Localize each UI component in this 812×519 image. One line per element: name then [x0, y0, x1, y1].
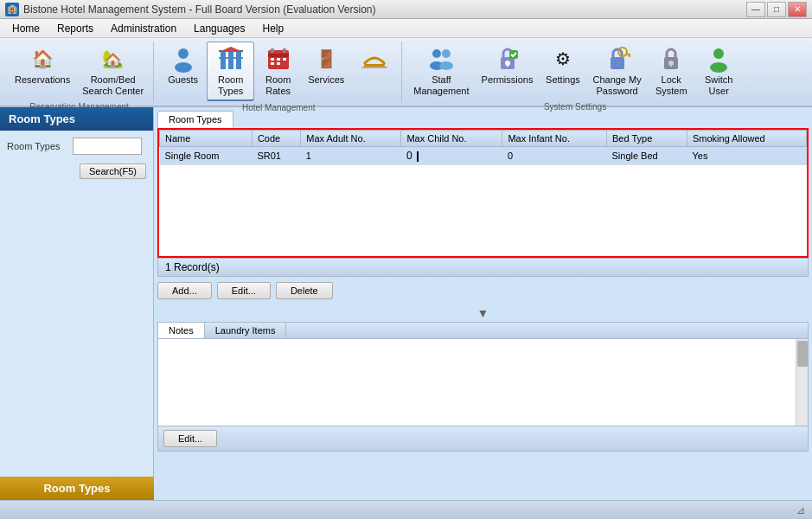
- svg-rect-4: [228, 50, 233, 69]
- toolbar-room-bed-search[interactable]: 🏡 Room/BedSearch Center: [76, 42, 150, 100]
- main-panel: Room Types Name Code Max Adult No. Max C…: [154, 107, 812, 500]
- cell-code: SR01: [252, 147, 300, 165]
- toolbar-room-types[interactable]: RoomTypes: [207, 42, 254, 101]
- guests-label: Guests: [168, 74, 198, 86]
- window-controls: — □ ✕: [746, 2, 807, 17]
- svg-rect-15: [271, 48, 274, 53]
- add-button[interactable]: Add...: [157, 282, 212, 299]
- menu-languages[interactable]: Languages: [185, 21, 253, 36]
- svg-point-0: [178, 48, 189, 59]
- bottom-section: Notes Laundry Items Edit...: [157, 322, 809, 452]
- switch-user-icon: [705, 45, 732, 73]
- toolbar-change-password[interactable]: Change MyPassword: [586, 42, 647, 100]
- toolbar-staff-management[interactable]: StaffManagement: [407, 42, 475, 100]
- scrollbar-thumb: [797, 341, 808, 367]
- svg-rect-17: [364, 64, 385, 67]
- menu-reports[interactable]: Reports: [48, 21, 102, 36]
- cell-max-infant: 0: [502, 147, 607, 165]
- table-row[interactable]: Single Room SR01 1 0 0 Single Bed Yes: [160, 147, 807, 165]
- svg-point-22: [439, 61, 453, 70]
- delete-button[interactable]: Delete: [276, 282, 333, 299]
- close-button[interactable]: ✕: [788, 2, 807, 17]
- col-bed-type: Bed Type: [606, 131, 687, 147]
- toolbar-rooms-beds[interactable]: 🚪 Services: [302, 42, 350, 89]
- left-panel-body: Room Types Search(F5): [0, 131, 153, 186]
- svg-rect-11: [277, 58, 280, 61]
- menu-home[interactable]: Home: [3, 21, 48, 36]
- left-panel: Room Types Room Types Search(F5) Room Ty…: [0, 107, 154, 500]
- ribbon-group-system-items: StaffManagement Per: [407, 42, 742, 100]
- search-button[interactable]: Search(F5): [80, 163, 146, 179]
- room-bed-search-icon: 🏡: [99, 45, 127, 73]
- rooms-beds-label: Services: [308, 74, 344, 86]
- cell-name: Single Room: [160, 147, 253, 165]
- table-container: Name Code Max Adult No. Max Child No. Ma…: [157, 128, 809, 258]
- svg-rect-12: [283, 58, 286, 61]
- room-bed-search-label: Room/BedSearch Center: [82, 74, 144, 97]
- table-header-row: Name Code Max Adult No. Max Child No. Ma…: [160, 131, 807, 147]
- toolbar-guests[interactable]: Guests: [159, 42, 207, 89]
- menu-bar: Home Reports Administration Languages He…: [0, 19, 812, 38]
- svg-rect-9: [268, 54, 289, 57]
- toolbar-permissions[interactable]: Permissions: [476, 42, 540, 89]
- search-input[interactable]: [73, 138, 142, 155]
- staff-management-icon: [427, 45, 455, 73]
- toolbar-reservations[interactable]: 🏠 Reservations: [9, 42, 76, 89]
- records-bar: 1 Record(s): [157, 258, 809, 277]
- svg-rect-5: [236, 50, 241, 69]
- edit-button[interactable]: Edit...: [217, 282, 271, 299]
- switch-user-label: SwitchUser: [705, 74, 732, 97]
- records-count: 1 Record(s): [165, 261, 220, 273]
- cursor-indicator: [417, 151, 424, 162]
- svg-rect-14: [277, 62, 280, 65]
- resize-icon: ⊿: [796, 504, 809, 516]
- rooms-beds-icon: 🚪: [312, 45, 340, 73]
- left-panel-title: Room Types: [0, 107, 153, 131]
- ribbon-group-reservation-items: 🏠 Reservations 🏡 Room/BedSearch Center: [9, 42, 150, 100]
- svg-point-34: [713, 48, 724, 59]
- services-icon: [361, 45, 388, 73]
- toolbar-services[interactable]: [350, 42, 398, 78]
- scroll-arrow-row: ▼: [157, 304, 809, 322]
- room-rates-label: RoomRates: [265, 74, 291, 97]
- svg-rect-18: [361, 67, 387, 68]
- bottom-edit-button[interactable]: Edit...: [163, 430, 217, 447]
- toolbar-lock-system[interactable]: LockSystem: [648, 42, 695, 100]
- bottom-tab-notes[interactable]: Notes: [158, 323, 205, 338]
- svg-rect-27: [611, 57, 624, 69]
- bottom-tab-laundry[interactable]: Laundry Items: [205, 323, 287, 338]
- svg-point-21: [442, 49, 451, 58]
- cell-smoking: Yes: [687, 147, 806, 165]
- scroll-down-arrow[interactable]: ▼: [477, 306, 489, 320]
- app-icon: 🏨: [5, 3, 19, 16]
- svg-rect-33: [670, 63, 672, 67]
- svg-point-19: [432, 49, 441, 58]
- search-btn-container: Search(F5): [7, 160, 146, 179]
- col-name: Name: [160, 131, 253, 147]
- toolbar-switch-user[interactable]: SwitchUser: [695, 42, 743, 100]
- svg-point-1: [175, 62, 192, 73]
- ribbon-group-hotel-items: Guests RoomTypes: [159, 42, 398, 101]
- ribbon-group-reservation: 🏠 Reservations 🏡 Room/BedSearch Center R…: [5, 42, 154, 102]
- search-field-label: Room Types: [7, 141, 67, 151]
- tab-room-types[interactable]: Room Types: [157, 111, 233, 128]
- menu-administration[interactable]: Administration: [102, 21, 185, 36]
- ribbon-group-hotel: Guests RoomTypes: [156, 42, 402, 102]
- toolbar-settings[interactable]: ⚙ Settings: [539, 42, 586, 89]
- reservations-icon: 🏠: [29, 45, 56, 73]
- toolbar-room-rates[interactable]: RoomRates: [254, 42, 302, 100]
- svg-rect-16: [283, 48, 286, 53]
- maximize-button[interactable]: □: [767, 2, 786, 17]
- svg-rect-25: [507, 63, 508, 67]
- toolbar: 🏠 Reservations 🏡 Room/BedSearch Center R…: [0, 38, 812, 107]
- lock-system-label: LockSystem: [655, 74, 687, 97]
- menu-help[interactable]: Help: [253, 21, 292, 36]
- bottom-scrollbar[interactable]: [796, 339, 808, 426]
- svg-rect-30: [629, 54, 630, 57]
- col-max-adult: Max Adult No.: [301, 131, 401, 147]
- room-types-table: Name Code Max Adult No. Max Child No. Ma…: [159, 130, 807, 165]
- col-code: Code: [252, 131, 300, 147]
- bottom-content: [158, 339, 808, 426]
- minimize-button[interactable]: —: [746, 2, 765, 17]
- lock-system-icon: [657, 45, 685, 73]
